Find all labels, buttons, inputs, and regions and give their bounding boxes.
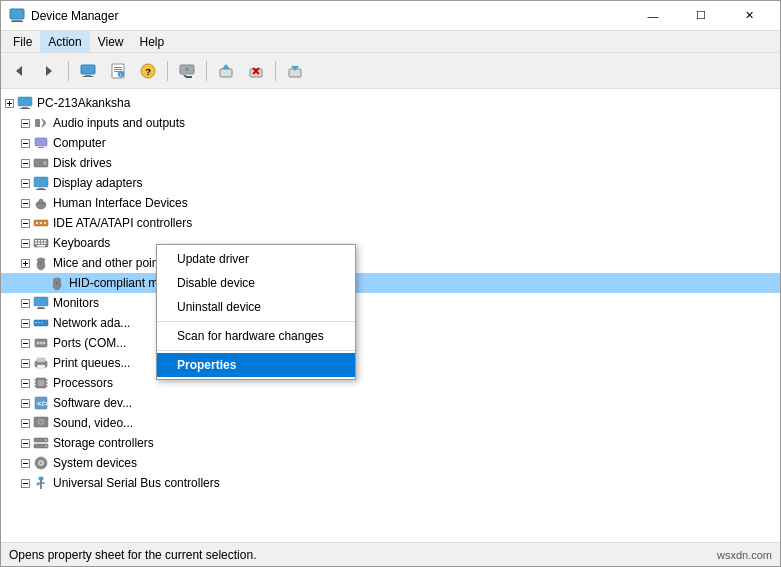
tree-item-system[interactable]: System devices xyxy=(1,453,780,473)
tree-item-display[interactable]: Display adapters xyxy=(1,173,780,193)
tree-expander-ports[interactable] xyxy=(17,335,33,351)
svg-point-126 xyxy=(45,439,47,441)
tree-item-ports[interactable]: Ports (COM... xyxy=(1,333,780,353)
tree-expander-software[interactable] xyxy=(17,395,33,411)
menu-bar: File Action View Help xyxy=(1,31,780,53)
svg-point-41 xyxy=(43,161,47,165)
tree-expander-network[interactable] xyxy=(17,315,33,331)
tree-item-computer[interactable]: Computer xyxy=(1,133,780,153)
svg-rect-89 xyxy=(35,322,37,323)
tree-label-ports: Ports (COM... xyxy=(53,336,126,350)
ctx-item-update-driver[interactable]: Update driver xyxy=(157,247,355,271)
svg-rect-29 xyxy=(22,107,28,108)
tree-label-processors: Processors xyxy=(53,376,113,390)
tree-expander-audio[interactable] xyxy=(17,115,33,131)
svg-rect-83 xyxy=(34,297,48,306)
tree-label-software: Software dev... xyxy=(53,396,132,410)
tree-item-storage[interactable]: Storage controllers xyxy=(1,433,780,453)
menu-help[interactable]: Help xyxy=(132,31,173,52)
tree-item-software[interactable]: </>Software dev... xyxy=(1,393,780,413)
tree-icon-storage xyxy=(33,435,49,451)
svg-rect-62 xyxy=(35,240,37,242)
menu-action[interactable]: Action xyxy=(40,31,89,52)
ctx-item-disable-device[interactable]: Disable device xyxy=(157,271,355,295)
tree-expander-computer[interactable] xyxy=(17,135,33,151)
tree-expander-system[interactable] xyxy=(17,455,33,471)
svg-point-138 xyxy=(37,483,40,486)
status-text: Opens property sheet for the current sel… xyxy=(9,548,256,562)
maximize-button[interactable]: ☐ xyxy=(678,1,724,31)
device-manager-window: Device Manager — ☐ ✕ File Action View He… xyxy=(0,0,781,567)
tree-expander-print[interactable] xyxy=(17,355,33,371)
tree-expander-storage[interactable] xyxy=(17,435,33,451)
tree-label-keyboards: Keyboards xyxy=(53,236,110,250)
tree-item-processors[interactable]: Processors xyxy=(1,373,780,393)
device-tree[interactable]: PC-213AkankshaAudio inputs and outputsCo… xyxy=(1,89,780,542)
svg-rect-85 xyxy=(37,308,45,309)
tree-item-print[interactable]: Print queues... xyxy=(1,353,780,373)
scan-toolbar-button[interactable] xyxy=(173,58,201,84)
tree-expander-display[interactable] xyxy=(17,175,33,191)
tree-expander-hid[interactable] xyxy=(17,195,33,211)
menu-file[interactable]: File xyxy=(5,31,40,52)
help-toolbar-button[interactable]: ? xyxy=(134,58,162,84)
svg-point-76 xyxy=(37,258,45,262)
svg-rect-68 xyxy=(41,243,43,245)
svg-rect-37 xyxy=(38,147,44,148)
device-manager-button[interactable] xyxy=(74,58,102,84)
toolbar: i ? xyxy=(1,53,780,89)
title-bar: Device Manager — ☐ ✕ xyxy=(1,1,780,31)
svg-rect-7 xyxy=(83,76,93,77)
tree-expander-disk[interactable] xyxy=(17,155,33,171)
tree-item-mice[interactable]: Mice and other pointing devices xyxy=(1,253,780,273)
tree-item-sound[interactable]: Sound, video... xyxy=(1,413,780,433)
svg-rect-18 xyxy=(220,69,232,77)
tree-expander-mice[interactable] xyxy=(17,255,33,271)
tree-expander-processors[interactable] xyxy=(17,375,33,391)
svg-point-127 xyxy=(45,445,47,447)
tree-expander-hid-compliant[interactable] xyxy=(33,275,49,291)
tree-expander-pc[interactable] xyxy=(1,95,17,111)
tree-expander-sound[interactable] xyxy=(17,415,33,431)
window-icon xyxy=(9,8,25,24)
tree-label-disk: Disk drives xyxy=(53,156,112,170)
minimize-button[interactable]: — xyxy=(630,1,676,31)
tree-item-audio[interactable]: Audio inputs and outputs xyxy=(1,113,780,133)
svg-point-97 xyxy=(43,342,46,345)
tree-item-usb[interactable]: Universal Serial Bus controllers xyxy=(1,473,780,493)
update-driver-toolbar-button[interactable] xyxy=(212,58,240,84)
svg-rect-50 xyxy=(39,199,43,204)
ctx-item-scan-changes[interactable]: Scan for hardware changes xyxy=(157,324,355,348)
tree-item-hid-compliant[interactable]: HID-compliant mouse xyxy=(1,273,780,293)
tree-expander-monitors[interactable] xyxy=(17,295,33,311)
menu-view[interactable]: View xyxy=(90,31,132,52)
tree-item-hid[interactable]: Human Interface Devices xyxy=(1,193,780,213)
uninstall-toolbar-button[interactable] xyxy=(242,58,270,84)
svg-rect-65 xyxy=(44,240,46,242)
svg-point-132 xyxy=(40,462,42,464)
tree-item-pc[interactable]: PC-213Akanksha xyxy=(1,93,780,113)
tree-item-ide[interactable]: IDE ATA/ATAPI controllers xyxy=(1,213,780,233)
back-button[interactable] xyxy=(5,58,33,84)
tree-label-display: Display adapters xyxy=(53,176,142,190)
tree-expander-keyboards[interactable] xyxy=(17,235,33,251)
svg-point-96 xyxy=(40,342,43,345)
properties-toolbar-button[interactable]: i xyxy=(104,58,132,84)
tree-expander-usb[interactable] xyxy=(17,475,33,491)
tree-item-disk[interactable]: Disk drives xyxy=(1,153,780,173)
forward-button[interactable] xyxy=(35,58,63,84)
svg-rect-5 xyxy=(81,65,95,74)
svg-point-56 xyxy=(36,222,38,224)
ctx-item-uninstall-device[interactable]: Uninstall device xyxy=(157,295,355,319)
close-button[interactable]: ✕ xyxy=(726,1,772,31)
tree-item-keyboards[interactable]: Keyboards xyxy=(1,233,780,253)
tree-item-monitors[interactable]: Monitors xyxy=(1,293,780,313)
tree-icon-display xyxy=(33,175,49,191)
tree-expander-ide[interactable] xyxy=(17,215,33,231)
svg-point-121 xyxy=(40,421,43,424)
add-toolbar-button[interactable] xyxy=(281,58,309,84)
tree-item-network[interactable]: Network ada... xyxy=(1,313,780,333)
toolbar-separator-4 xyxy=(275,61,276,81)
ctx-item-properties[interactable]: Properties xyxy=(157,353,355,377)
svg-rect-102 xyxy=(37,365,45,368)
